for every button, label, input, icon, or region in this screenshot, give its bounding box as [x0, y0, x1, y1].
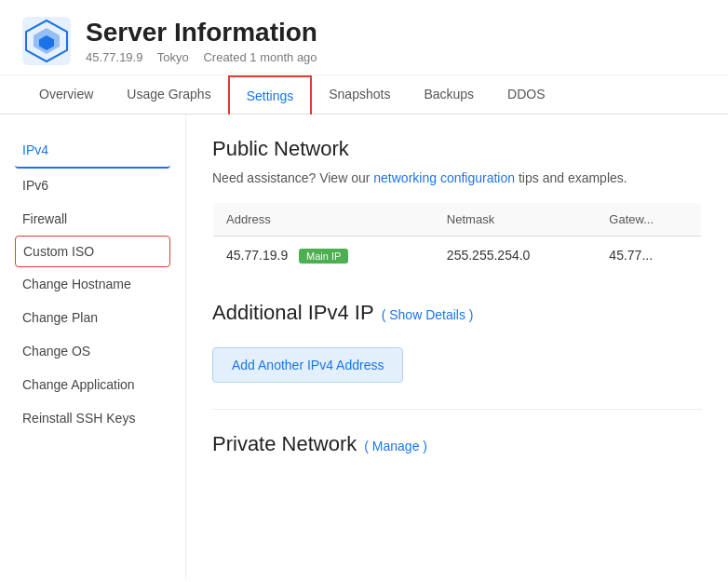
main-ip-badge: Main IP [299, 249, 348, 264]
private-network-section: Private Network ( Manage ) [212, 432, 702, 466]
sidebar-item-change-hostname[interactable]: Change Hostname [15, 267, 170, 301]
tab-snapshots[interactable]: Snapshots [312, 75, 407, 115]
sidebar-item-change-os[interactable]: Change OS [15, 334, 170, 368]
table-row: 45.77.19.9 Main IP 255.255.254.0 45.77..… [213, 237, 702, 275]
cell-address: 45.77.19.9 Main IP [213, 237, 434, 275]
tab-overview[interactable]: Overview [22, 75, 110, 115]
tab-settings[interactable]: Settings [228, 75, 313, 115]
app-logo [22, 17, 71, 65]
public-network-title: Public Network [212, 137, 702, 161]
page-title: Server Information [86, 18, 329, 47]
private-network-title: Private Network [212, 432, 357, 456]
header-meta: 45.77.19.9 Tokyo Created 1 month ago [86, 50, 329, 64]
col-address: Address [213, 203, 434, 237]
show-details-link[interactable]: ( Show Details ) [382, 307, 474, 322]
cell-gateway: 45.77... [596, 237, 701, 275]
page-header: Server Information 45.77.19.9 Tokyo Crea… [0, 0, 728, 75]
server-ip: 45.77.19.9 [86, 50, 142, 64]
server-location: Tokyo [157, 50, 189, 64]
sidebar-item-ipv4[interactable]: IPv4 [15, 133, 170, 169]
network-table: Address Netmask Gatew... 45.77.19.9 Main… [212, 202, 702, 275]
networking-config-link[interactable]: networking configuration [373, 170, 515, 185]
section-divider [212, 409, 702, 410]
content-area: IPv4 IPv6 Firewall Custom ISO Change Hos… [0, 115, 728, 580]
col-gateway: Gatew... [596, 203, 701, 237]
public-network-desc: Need assistance? View our networking con… [212, 170, 702, 185]
server-created: Created 1 month ago [203, 50, 317, 64]
sidebar-item-firewall[interactable]: Firewall [15, 202, 170, 236]
public-network-section: Public Network Need assistance? View our… [212, 137, 702, 275]
sidebar-item-reinstall-ssh-keys[interactable]: Reinstall SSH Keys [15, 401, 170, 435]
sidebar-item-change-application[interactable]: Change Application [15, 368, 170, 401]
tab-bar: Overview Usage Graphs Settings Snapshots… [0, 75, 728, 115]
sidebar-item-change-plan[interactable]: Change Plan [15, 301, 170, 334]
sidebar-item-ipv6[interactable]: IPv6 [15, 169, 170, 202]
additional-ipv4-title: Additional IPv4 IP [212, 301, 374, 325]
tab-usage-graphs[interactable]: Usage Graphs [110, 75, 227, 115]
additional-ipv4-header: Additional IPv4 IP ( Show Details ) [212, 301, 702, 334]
col-netmask: Netmask [434, 203, 597, 237]
main-content: Public Network Need assistance? View our… [186, 115, 728, 580]
header-info: Server Information 45.77.19.9 Tokyo Crea… [86, 18, 329, 64]
sidebar: IPv4 IPv6 Firewall Custom ISO Change Hos… [0, 115, 186, 580]
add-ipv4-button[interactable]: Add Another IPv4 Address [212, 347, 403, 383]
sidebar-item-custom-iso[interactable]: Custom ISO [15, 236, 170, 267]
private-network-header: Private Network ( Manage ) [212, 432, 702, 466]
cell-netmask: 255.255.254.0 [434, 237, 597, 275]
tab-backups[interactable]: Backups [407, 75, 491, 115]
manage-link[interactable]: ( Manage ) [364, 439, 427, 453]
additional-ipv4-section: Additional IPv4 IP ( Show Details ) Add … [212, 301, 702, 383]
tab-ddos[interactable]: DDOS [491, 75, 561, 115]
